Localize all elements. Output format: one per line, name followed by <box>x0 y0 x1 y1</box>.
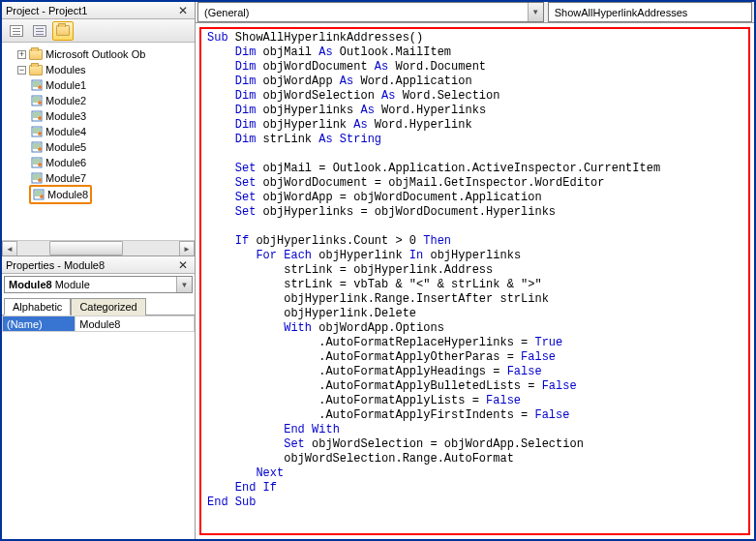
tree-label: Modules <box>45 62 86 77</box>
tree-module-item[interactable]: Module5 <box>31 139 193 155</box>
scroll-left-button[interactable]: ◄ <box>2 241 17 255</box>
module-icon <box>31 126 43 137</box>
tree-label: Module3 <box>45 108 86 124</box>
tree-label: Microsoft Outlook Ob <box>45 46 145 62</box>
folder-icon <box>29 65 43 75</box>
tree-modules-folder[interactable]: − Modules <box>17 62 193 77</box>
tree-module-item[interactable]: Module2 <box>31 93 193 108</box>
tab-categorized[interactable]: Categorized <box>71 298 145 316</box>
list-icon <box>10 25 23 37</box>
tree-label: Module8 <box>47 187 88 202</box>
close-icon[interactable]: ✕ <box>175 258 191 272</box>
expand-icon[interactable]: + <box>17 50 26 59</box>
properties-object-dropdown[interactable]: Module8 Module ▼ <box>4 276 193 293</box>
module-icon <box>31 79 43 91</box>
folder-icon <box>56 25 70 36</box>
dropdown-text: ShowAllHyperlinkAddresses <box>549 7 751 18</box>
code-dropdown-row: (General) ▼ ShowAllHyperlinkAddresses ▼ <box>196 2 754 23</box>
dropdown-text: Module8 Module <box>5 279 176 290</box>
code-area-wrap: Sub ShowAllHyperlinkAddresses() Dim objM… <box>196 23 754 539</box>
tree-label: Module5 <box>45 139 86 155</box>
tree-module-item[interactable]: Module3 <box>31 108 193 124</box>
tree-label: Module2 <box>45 93 86 108</box>
project-pane-title: Project - Project1 ✕ <box>2 2 195 19</box>
tree-label: Module4 <box>45 124 86 139</box>
module-icon <box>31 95 43 106</box>
view-code-button[interactable] <box>6 21 27 41</box>
module-icon <box>31 141 43 153</box>
svg-point-15 <box>40 195 44 198</box>
project-tree: + Microsoft Outlook Ob − Modules Module1… <box>2 43 195 255</box>
scrollbar-track[interactable] <box>17 241 179 255</box>
tree-module-item[interactable]: Module8 <box>31 186 193 203</box>
properties-pane-title: Properties - Module8 ✕ <box>2 256 195 274</box>
svg-point-3 <box>38 101 42 105</box>
tree-module-item[interactable]: Module7 <box>31 170 193 186</box>
chevron-down-icon: ▼ <box>176 277 192 292</box>
module-icon <box>31 172 43 184</box>
tree-module-item[interactable]: Module6 <box>31 155 193 170</box>
folder-icon <box>29 49 43 60</box>
svg-point-13 <box>38 178 42 182</box>
properties-title-text: Properties - Module8 <box>6 259 105 271</box>
view-object-button[interactable] <box>29 21 50 41</box>
collapse-icon[interactable]: − <box>17 66 26 75</box>
code-panel: (General) ▼ ShowAllHyperlinkAddresses ▼ … <box>196 2 754 539</box>
properties-pane: Properties - Module8 ✕ Module8 Module ▼ … <box>2 255 195 539</box>
toggle-folders-button[interactable] <box>52 21 74 41</box>
project-toolbar <box>2 19 195 43</box>
chevron-down-icon: ▼ <box>528 3 543 21</box>
highlight-border <box>199 27 750 535</box>
tree-label: Module1 <box>45 77 86 93</box>
tree-module-item[interactable]: Module4 <box>31 124 193 139</box>
svg-point-1 <box>38 85 42 89</box>
tree-h-scrollbar[interactable]: ◄ ► <box>2 240 195 255</box>
module-icon <box>31 110 43 122</box>
project-title-text: Project - Project1 <box>6 5 87 16</box>
object-dropdown[interactable]: (General) ▼ <box>197 2 544 22</box>
tree-module-item[interactable]: Module1 <box>31 77 193 93</box>
scrollbar-thumb[interactable] <box>49 241 122 255</box>
procedure-dropdown[interactable]: ShowAllHyperlinkAddresses ▼ <box>548 2 752 22</box>
left-panel: Project - Project1 ✕ + Microsoft Outlook… <box>2 2 196 539</box>
scroll-right-button[interactable]: ► <box>179 241 195 255</box>
svg-point-11 <box>38 163 42 166</box>
project-tree-scroll[interactable]: + Microsoft Outlook Ob − Modules Module1… <box>2 43 195 240</box>
properties-grid[interactable]: (Name)Module8 <box>2 316 195 539</box>
property-key: (Name) <box>3 316 76 332</box>
form-icon <box>33 25 46 37</box>
property-row[interactable]: (Name)Module8 <box>3 316 195 332</box>
dropdown-text: (General) <box>198 7 528 18</box>
svg-point-9 <box>38 147 42 151</box>
module-icon <box>33 189 45 200</box>
tree-outlook-objects[interactable]: + Microsoft Outlook Ob <box>17 46 145 62</box>
properties-tabs: Alphabetic Categorized <box>2 297 195 316</box>
tab-alphabetic[interactable]: Alphabetic <box>4 298 71 316</box>
svg-point-7 <box>38 132 42 135</box>
tree-label: Module7 <box>45 170 86 186</box>
module-icon <box>31 157 43 168</box>
tree-label: Module6 <box>45 155 86 170</box>
svg-point-5 <box>38 116 42 120</box>
property-value[interactable]: Module8 <box>76 316 195 332</box>
close-icon[interactable]: ✕ <box>175 4 191 17</box>
